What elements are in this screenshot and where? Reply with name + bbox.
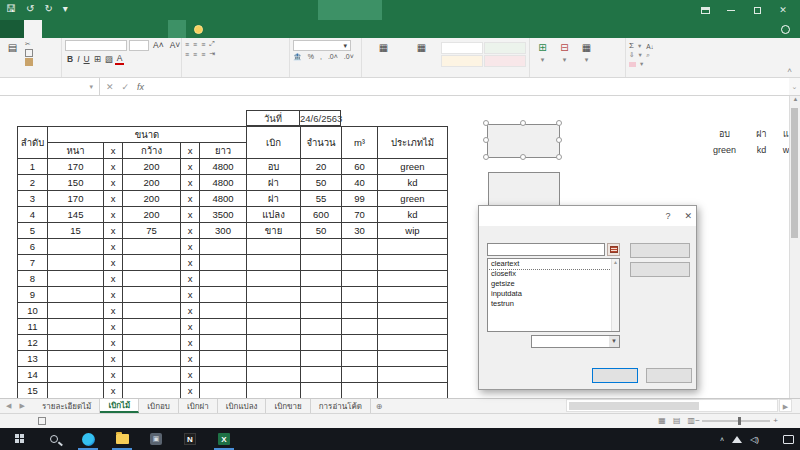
cell-style-neutral[interactable] — [441, 55, 483, 67]
cell[interactable]: 5 — [18, 223, 48, 239]
excel-taskbar-button[interactable]: X — [212, 430, 236, 448]
format-cells-button[interactable]: ▦ ▾ — [577, 40, 596, 65]
cell[interactable]: 9 — [18, 287, 48, 303]
qat-customize-icon[interactable]: ▾ — [63, 3, 68, 14]
cell[interactable]: green — [378, 159, 448, 175]
cell[interactable]: x — [181, 319, 200, 335]
align-right-icon[interactable]: ≡ — [201, 51, 204, 58]
cell[interactable]: x — [181, 255, 200, 271]
tab-formulas[interactable] — [78, 20, 96, 38]
cell[interactable] — [123, 367, 181, 383]
autosum-button[interactable]: Σ▾ — [629, 41, 643, 50]
header-sub-2[interactable]: กว้าง — [123, 143, 181, 159]
cell[interactable]: x — [181, 239, 200, 255]
tab-insert[interactable] — [42, 20, 60, 38]
cell[interactable]: 10 — [18, 303, 48, 319]
cell[interactable] — [378, 383, 448, 399]
name-box-dropdown-icon[interactable]: ▾ — [89, 83, 93, 91]
align-top-icon[interactable]: ≡ — [185, 41, 188, 48]
enter-entry-icon[interactable]: ✓ — [122, 82, 130, 92]
selection-handle[interactable] — [556, 154, 562, 160]
cell[interactable]: x — [104, 175, 123, 191]
macro-list-item-testrun[interactable]: testrun — [488, 299, 619, 309]
cell[interactable]: 50 — [301, 175, 342, 191]
minimize-button[interactable] — [718, 0, 744, 20]
cell[interactable] — [378, 303, 448, 319]
cell[interactable]: x — [181, 271, 200, 287]
tab-scroll-right-icon[interactable]: ▶ — [19, 402, 24, 410]
account-button[interactable] — [781, 20, 794, 38]
cell[interactable] — [247, 239, 301, 255]
undo-icon[interactable]: ↺ — [26, 3, 34, 14]
clear-data-shape-button[interactable] — [488, 172, 560, 206]
macro-record-icon[interactable] — [38, 417, 46, 425]
edge-taskbar-button[interactable] — [76, 430, 100, 448]
cell[interactable]: 70 — [342, 207, 378, 223]
zoom-slider[interactable] — [702, 420, 770, 422]
action-center-icon[interactable] — [783, 435, 794, 444]
cell[interactable] — [48, 335, 104, 351]
selection-handle[interactable] — [483, 137, 489, 143]
list-scrollbar[interactable]: ▲ — [611, 259, 619, 331]
cell[interactable]: x — [181, 287, 200, 303]
tray-expand-icon[interactable]: ˄ — [720, 436, 724, 443]
align-center-icon[interactable]: ≡ — [193, 51, 196, 58]
cell[interactable] — [200, 319, 247, 335]
page-layout-view-icon[interactable]: ▤ — [673, 416, 681, 425]
header-amount[interactable]: จำนวน — [301, 127, 342, 159]
cell[interactable]: 60 — [342, 159, 378, 175]
cell[interactable] — [123, 255, 181, 271]
cell[interactable] — [48, 367, 104, 383]
cell[interactable] — [123, 351, 181, 367]
cell[interactable] — [123, 319, 181, 335]
cell[interactable]: x — [181, 159, 200, 175]
horizontal-scroll-thumb[interactable] — [569, 402, 699, 410]
cell[interactable] — [200, 335, 247, 351]
cell[interactable]: x — [181, 383, 200, 399]
comma-style-icon[interactable]: , — [320, 53, 322, 61]
header-sub-4[interactable]: ยาว — [200, 143, 247, 159]
percent-style-icon[interactable]: % — [308, 53, 314, 61]
wifi-icon[interactable] — [732, 436, 742, 443]
selection-handle[interactable] — [483, 154, 489, 160]
paste-button[interactable]: ▤ — [3, 40, 22, 56]
cell[interactable]: x — [104, 223, 123, 239]
font-color-button[interactable]: A — [115, 53, 125, 65]
grow-font-button[interactable]: A˄ — [151, 40, 166, 51]
header-sub-1[interactable]: x — [104, 143, 123, 159]
cell[interactable]: x — [104, 207, 123, 223]
cell[interactable]: 170 — [48, 159, 104, 175]
cut-button[interactable]: ✂ — [25, 40, 35, 48]
cell[interactable] — [48, 303, 104, 319]
cell[interactable] — [200, 287, 247, 303]
macro-list-item-inputdata[interactable]: inputdata — [488, 289, 619, 299]
cell[interactable] — [301, 303, 342, 319]
cell-S3[interactable]: kd — [743, 142, 780, 158]
cell[interactable]: 15 — [48, 223, 104, 239]
normal-view-icon[interactable]: ▦ — [658, 416, 666, 425]
cell[interactable]: x — [181, 191, 200, 207]
redo-icon[interactable]: ↻ — [44, 3, 52, 14]
cell-G1[interactable]: วันที่ — [246, 110, 300, 126]
cell[interactable]: 150 — [48, 175, 104, 191]
cancel-entry-icon[interactable]: ✕ — [106, 82, 114, 92]
cell[interactable] — [247, 287, 301, 303]
dropdown-arrow-icon[interactable]: ▼ — [609, 336, 619, 347]
cell[interactable] — [247, 255, 301, 271]
cell[interactable]: green — [378, 191, 448, 207]
cell[interactable]: 3500 — [200, 207, 247, 223]
cell[interactable] — [200, 351, 247, 367]
cell[interactable] — [301, 255, 342, 271]
notion-taskbar-button[interactable]: N — [178, 430, 202, 448]
header-withdraw[interactable]: เบิก — [247, 127, 301, 159]
edit-macro-button[interactable] — [630, 243, 690, 258]
save-icon[interactable]: 🖫 — [6, 3, 16, 14]
cell[interactable]: 30 — [342, 223, 378, 239]
cell[interactable] — [301, 271, 342, 287]
cell[interactable] — [48, 271, 104, 287]
cell[interactable]: 99 — [342, 191, 378, 207]
new-sheet-icon[interactable]: ⊕ — [371, 399, 387, 413]
cell[interactable] — [247, 303, 301, 319]
cell[interactable] — [378, 239, 448, 255]
close-button[interactable]: ✕ — [770, 0, 796, 20]
